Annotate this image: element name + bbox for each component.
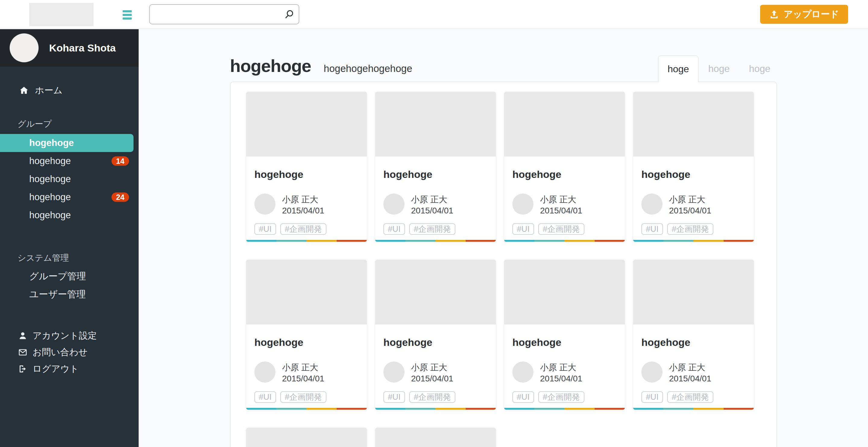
card-date: 2015/04/01 <box>669 373 711 384</box>
sidebar-item-group[interactable]: hogehoge <box>0 206 138 224</box>
card-author: 小原 正大 <box>540 362 582 373</box>
content-card[interactable]: hogehoge 小原 正大 2015/04/01 #UI #企画開発 <box>375 92 496 242</box>
card-image-placeholder <box>375 260 496 324</box>
card-tag[interactable]: #企画開発 <box>409 391 456 403</box>
avatar <box>10 33 38 62</box>
content-card[interactable]: hogehoge 小原 正大 2015/04/01 #UI #企画開発 <box>633 260 754 410</box>
sidebar: Kohara Shota ホーム グループ hogehoge hogehoge … <box>0 29 138 447</box>
content-card[interactable]: hogehoge 小原 正大 2015/04/01 #UI #企画開発 <box>246 92 367 242</box>
sidebar-item-logout[interactable]: ログアウト <box>0 360 138 377</box>
card-title: hogehoge <box>383 169 488 180</box>
card-image-placeholder <box>246 92 367 157</box>
card-title: hogehoge <box>513 337 617 348</box>
logout-icon <box>18 364 27 374</box>
search-icon[interactable] <box>284 9 294 20</box>
sidebar-item-group[interactable]: hogehoge 24 <box>0 188 138 206</box>
card-grid: hogehoge 小原 正大 2015/04/01 #UI #企画開発 <box>230 82 776 447</box>
card-tag[interactable]: #UI <box>383 391 405 403</box>
card-tags: #UI #企画開発 <box>513 224 617 235</box>
page-title: hogehoge <box>230 56 311 76</box>
sidebar-item-label: hogehoge <box>29 156 71 167</box>
card-author-row: 小原 正大 2015/04/01 <box>641 194 746 216</box>
content-card[interactable]: hogehoge 小原 正大 2015/04/01 #UI #企画開発 <box>633 92 754 242</box>
upload-label: アップロード <box>784 8 839 21</box>
card-author: 小原 正大 <box>411 362 453 373</box>
card-author-row: 小原 正大 2015/04/01 <box>383 194 488 216</box>
card-title: hogehoge <box>254 169 359 180</box>
card-title: hogehoge <box>383 337 488 348</box>
menu-button[interactable] <box>121 8 134 22</box>
card-body: hogehoge 小原 正大 2015/04/01 #UI #企画開発 <box>246 169 367 235</box>
sidebar-item-home[interactable]: ホーム <box>0 81 138 99</box>
notification-badge: 14 <box>112 157 129 166</box>
card-author-row: 小原 正大 2015/04/01 <box>383 362 488 384</box>
content-card[interactable]: hogehoge 小原 正大 2015/04/01 #UI #企画開発 <box>504 260 625 410</box>
sidebar-item-label: hogehoge <box>29 192 71 203</box>
card-author: 小原 正大 <box>540 194 582 205</box>
card-author-row: 小原 正大 2015/04/01 <box>254 362 359 384</box>
card-image-placeholder <box>504 92 625 157</box>
avatar <box>641 362 662 383</box>
card-tag[interactable]: #UI <box>383 224 405 235</box>
card-image-placeholder <box>246 428 367 447</box>
card-tag[interactable]: #企画開発 <box>409 224 456 235</box>
card-tag[interactable]: #UI <box>254 224 276 235</box>
sidebar-item-account-settings[interactable]: アカウント設定 <box>0 328 138 344</box>
card-tag[interactable]: #UI <box>513 391 534 403</box>
card-body: hogehoge 小原 正大 2015/04/01 #UI #企画開発 <box>246 337 367 403</box>
upload-button[interactable]: アップロード <box>760 5 848 24</box>
card-tag[interactable]: #企画開発 <box>280 391 327 403</box>
card-date: 2015/04/01 <box>540 205 582 216</box>
card-tag[interactable]: #UI <box>641 391 663 403</box>
avatar <box>513 362 533 383</box>
card-color-bar <box>504 240 625 242</box>
sidebar-item-group-admin[interactable]: グループ管理 <box>0 267 138 285</box>
card-color-bar <box>375 240 496 242</box>
card-tag[interactable]: #企画開発 <box>667 224 713 235</box>
card-title: hogehoge <box>641 337 746 348</box>
card-color-bar <box>504 408 625 410</box>
tab-2[interactable]: hoge <box>699 56 739 82</box>
card-author-row: 小原 正大 2015/04/01 <box>513 362 617 384</box>
card-tag[interactable]: #UI <box>513 224 534 235</box>
sidebar-item-group[interactable]: hogehoge 14 <box>0 152 138 170</box>
card-body: hogehoge 小原 正大 2015/04/01 #UI #企画開発 <box>633 169 754 235</box>
card-tags: #UI #企画開発 <box>513 391 617 403</box>
sidebar-item-label: hogehoge <box>29 210 71 221</box>
tab-bar: hoge hoge hoge <box>658 56 780 82</box>
content-card[interactable]: hogehoge 小原 正大 2015/04/01 #UI #企画開発 <box>246 428 367 447</box>
upload-icon <box>769 9 779 19</box>
sidebar-section-system: システム管理 <box>0 252 138 264</box>
card-title: hogehoge <box>641 169 746 180</box>
sidebar-item-group[interactable]: hogehoge <box>0 170 138 188</box>
card-color-bar <box>246 408 367 410</box>
sidebar-item-contact[interactable]: お問い合わせ <box>0 344 138 360</box>
card-tag[interactable]: #企画開発 <box>538 391 584 403</box>
search-input[interactable] <box>150 5 299 24</box>
content-card[interactable]: hogehoge 小原 正大 2015/04/01 #UI #企画開発 <box>375 428 496 447</box>
card-author: 小原 正大 <box>282 362 324 373</box>
card-tag[interactable]: #UI <box>254 391 276 403</box>
sidebar-item-user-admin[interactable]: ユーザー管理 <box>0 285 138 303</box>
card-tag[interactable]: #企画開発 <box>667 391 713 403</box>
tab-1[interactable]: hoge <box>658 56 699 82</box>
card-tag[interactable]: #UI <box>641 224 663 235</box>
card-tag[interactable]: #企画開発 <box>538 224 584 235</box>
card-author: 小原 正大 <box>411 194 453 205</box>
page-head: hogehoge hogehogehogehoge <box>230 56 412 76</box>
avatar <box>513 194 533 215</box>
sidebar-item-label: アカウント設定 <box>33 330 97 342</box>
card-color-bar <box>633 240 754 242</box>
card-date: 2015/04/01 <box>540 373 582 384</box>
content-card[interactable]: hogehoge 小原 正大 2015/04/01 #UI #企画開発 <box>246 260 367 410</box>
content-card[interactable]: hogehoge 小原 正大 2015/04/01 #UI #企画開発 <box>375 260 496 410</box>
menu-icon <box>121 10 134 20</box>
sidebar-item-label: ユーザー管理 <box>29 288 86 301</box>
tab-3[interactable]: hoge <box>739 56 780 82</box>
content-card[interactable]: hogehoge 小原 正大 2015/04/01 #UI #企画開発 <box>504 92 625 242</box>
content-panel: hogehoge 小原 正大 2015/04/01 #UI #企画開発 <box>230 81 777 447</box>
top-bar: アップロード <box>0 0 868 29</box>
app-logo[interactable] <box>29 3 93 26</box>
card-tag[interactable]: #企画開発 <box>280 224 327 235</box>
sidebar-item-group[interactable]: hogehoge <box>0 134 133 152</box>
